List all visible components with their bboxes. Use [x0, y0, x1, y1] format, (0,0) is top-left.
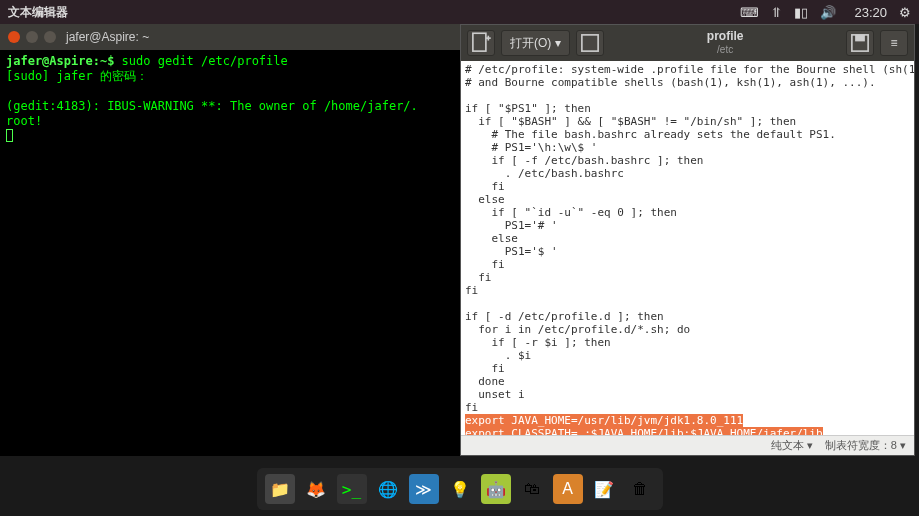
dock: 📁 🦊 >_ 🌐 ≫ 💡 🤖 🛍 A 📝 🗑 [257, 468, 663, 510]
systray: ⌨ ⥣ ▮▯ 🔊 23:20 ⚙ [740, 5, 911, 20]
new-document-button[interactable] [467, 30, 495, 56]
wifi-icon[interactable]: ⥣ [771, 5, 782, 20]
active-app-name: 文本编辑器 [8, 4, 68, 21]
save-button[interactable] [846, 30, 874, 56]
terminal-line: [sudo] jafer 的密码： [6, 69, 148, 83]
dock-item-chrome[interactable]: 🌐 [373, 474, 403, 504]
dock-item-android[interactable]: 🤖 [481, 474, 511, 504]
dock-item-firefox[interactable]: 🦊 [301, 474, 331, 504]
desktop: Wall4 jafer@Aspire: ~ jafer@Aspire:~$ su… [0, 24, 919, 516]
terminal-cursor [6, 129, 13, 142]
chrome-icon: 🌐 [378, 480, 398, 499]
lamp-icon: 💡 [450, 480, 470, 499]
document-title: profile [610, 30, 840, 43]
window-controls [8, 31, 56, 43]
tab-width-selector[interactable]: 制表符宽度：8 ▾ [825, 438, 906, 453]
app-icon: A [562, 480, 573, 498]
terminal-window: jafer@Aspire: ~ jafer@Aspire:~$ sudo ged… [0, 24, 460, 456]
android-icon: 🤖 [486, 480, 506, 499]
dock-item-app[interactable]: A [553, 474, 583, 504]
recent-icon [577, 30, 603, 56]
close-button[interactable] [8, 31, 20, 43]
editor-area[interactable]: # /etc/profile: system-wide .profile fil… [461, 61, 914, 435]
bag-icon: 🛍 [524, 480, 540, 498]
menu-button[interactable]: ≡ [880, 30, 908, 56]
clock[interactable]: 23:20 [854, 5, 887, 20]
gedit-headerbar[interactable]: 打开(O)▾ profile /etc ≡ [461, 25, 914, 61]
terminal-icon: >_ [342, 480, 361, 499]
terminal-title: jafer@Aspire: ~ [66, 30, 149, 44]
maximize-button[interactable] [44, 31, 56, 43]
gear-icon[interactable]: ⚙ [899, 5, 911, 20]
hamburger-icon: ≡ [890, 36, 897, 50]
dock-item-software[interactable]: 🛍 [517, 474, 547, 504]
chevron-down-icon: ▾ [555, 36, 561, 50]
battery-icon[interactable]: ▮▯ [794, 5, 808, 20]
dock-item-trash[interactable]: 🗑 [625, 474, 655, 504]
selected-text: export JAVA_HOME=/usr/lib/jvm/jdk1.8.0_1… [465, 414, 843, 435]
command-text: sudo gedit /etc/profile [122, 54, 288, 68]
prompt: jafer@Aspire:~$ [6, 54, 122, 68]
terminal-titlebar[interactable]: jafer@Aspire: ~ [0, 24, 460, 50]
new-doc-icon [468, 30, 494, 56]
dock-item-geany[interactable]: 💡 [445, 474, 475, 504]
dock-item-terminal[interactable]: >_ [337, 474, 367, 504]
svg-rect-5 [855, 35, 865, 42]
save-icon [847, 30, 873, 56]
volume-icon[interactable]: 🔊 [820, 5, 836, 20]
svg-rect-3 [582, 35, 598, 51]
status-bar: 纯文本 ▾ 制表符宽度：8 ▾ [461, 435, 914, 455]
dock-item-gedit[interactable]: 📝 [589, 474, 619, 504]
syntax-selector[interactable]: 纯文本 ▾ [771, 438, 813, 453]
svg-rect-0 [473, 33, 486, 51]
terminal-line: root! [6, 114, 42, 128]
minimize-button[interactable] [26, 31, 38, 43]
last-button[interactable] [576, 30, 604, 56]
document-path: /etc [610, 43, 840, 56]
file-content: # /etc/profile: system-wide .profile fil… [465, 63, 914, 414]
open-button[interactable]: 打开(O)▾ [501, 30, 570, 56]
dock-item-vscode[interactable]: ≫ [409, 474, 439, 504]
terminal-line: (gedit:4183): IBUS-WARNING **: The owner… [6, 99, 418, 113]
dock-item-files[interactable]: 📁 [265, 474, 295, 504]
edit-icon: 📝 [594, 480, 614, 499]
gedit-window: 打开(O)▾ profile /etc ≡ # /etc/profile: sy… [460, 24, 915, 456]
top-panel: 文本编辑器 ⌨ ⥣ ▮▯ 🔊 23:20 ⚙ [0, 0, 919, 24]
vscode-icon: ≫ [415, 480, 432, 499]
firefox-icon: 🦊 [306, 480, 326, 499]
input-method-icon[interactable]: ⌨ [740, 5, 759, 20]
terminal-body[interactable]: jafer@Aspire:~$ sudo gedit /etc/profile … [0, 50, 460, 150]
gedit-title-wrap: profile /etc [610, 30, 840, 56]
trash-icon: 🗑 [632, 480, 648, 498]
folder-icon: 📁 [270, 480, 290, 499]
